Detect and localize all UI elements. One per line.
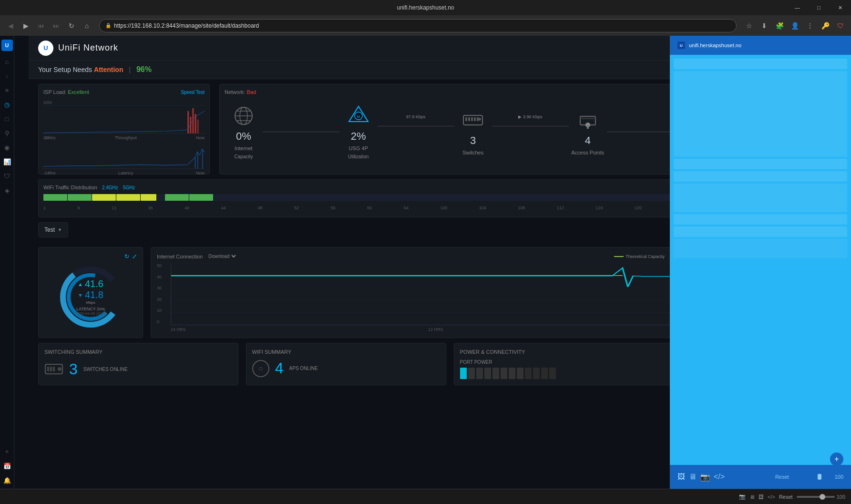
adblock-button[interactable]: 🛡 xyxy=(834,19,847,32)
site-selector-label: Test xyxy=(44,226,55,233)
ch-label-11: 11 xyxy=(112,206,116,210)
internet-connection-label: Internet Connection xyxy=(157,254,203,259)
net-device-aps: 4 Access Points xyxy=(569,109,607,155)
ch-label-104: 104 xyxy=(479,206,486,210)
maximize-button[interactable]: □ xyxy=(808,0,830,15)
zoom-thumb[interactable] xyxy=(820,494,825,500)
speed-label-2: ▶ 3.96 Kbps xyxy=(518,114,542,119)
svg-rect-29 xyxy=(580,118,595,119)
ch-label-48: 48 xyxy=(257,206,262,210)
latency-chart-svg xyxy=(43,141,205,169)
isp-panel-header: ISP Load: Excellent Speed Test xyxy=(43,89,205,95)
ap-icon: ○ xyxy=(252,360,269,377)
aps-label: Access Points xyxy=(571,150,604,155)
popup-bottom-icons: 🖼 🖥 📷 </> xyxy=(677,473,725,482)
popup-monitor-icon[interactable]: 🖥 xyxy=(689,473,697,482)
speed-test-button[interactable]: Speed Test xyxy=(181,90,205,95)
expand-icon[interactable]: ⤢ xyxy=(132,253,137,260)
address-bar[interactable]: 🔒 https://192.168.10.2:8443/manage/site/… xyxy=(99,19,737,32)
settings-button[interactable]: ⋮ xyxy=(803,19,817,32)
popup-url: unifi.herskapshuset.no xyxy=(689,42,741,48)
sidebar-icon-security[interactable]: 🛡 xyxy=(1,170,13,182)
popup-code-icon[interactable]: </> xyxy=(714,473,725,482)
sidebar-brand-icon[interactable]: U xyxy=(1,40,13,51)
sidebar-icon-shield[interactable]: ◈ xyxy=(1,185,13,196)
sidebar-icon-stats[interactable]: 📊 xyxy=(1,156,13,167)
svg-rect-21 xyxy=(468,117,470,121)
switching-summary-title: Switching Summary xyxy=(44,349,232,355)
network-status: Bad xyxy=(246,89,256,95)
svg-text:U: U xyxy=(357,114,360,119)
logo-icon: U xyxy=(38,41,53,56)
refresh-icon[interactable]: ↻ xyxy=(124,253,129,260)
port-bar-7 xyxy=(509,368,515,379)
sidebar-icon-map[interactable]: ⚲ xyxy=(1,127,13,139)
ch-label-100: 100 xyxy=(440,206,447,210)
reload-button[interactable]: ↻ xyxy=(65,19,78,32)
popup-photo-icon[interactable]: 🖼 xyxy=(677,473,685,482)
sidebar-icon-time[interactable]: ◷ xyxy=(1,99,13,110)
popup-favicon: U xyxy=(677,41,685,49)
downloads-button[interactable]: ⬇ xyxy=(758,19,771,32)
bar-ch7 xyxy=(116,194,140,201)
toolbar-code-icon[interactable]: </> xyxy=(768,494,775,500)
x-label-12hrs: 12 HRS xyxy=(428,327,443,332)
popup-bottom-bar: 🖼 🖥 📷 </> Reset 100 xyxy=(670,465,851,489)
zoom-slider[interactable] xyxy=(797,496,835,498)
toolbar-image-icon[interactable]: 🖼 xyxy=(759,494,764,500)
bookmark-button[interactable]: ☆ xyxy=(742,19,756,32)
throughput-chart: 40M xyxy=(43,99,205,132)
popup-add-button[interactable]: + xyxy=(830,453,843,466)
profile-button[interactable]: 👤 xyxy=(788,19,801,32)
svg-rect-23 xyxy=(474,117,476,121)
popup-image-icon[interactable]: 📷 xyxy=(700,473,710,482)
close-button[interactable]: ✕ xyxy=(830,0,851,15)
security-button[interactable]: 🔑 xyxy=(819,19,832,32)
popup-row-4 xyxy=(674,171,847,182)
svg-rect-49 xyxy=(50,367,52,371)
internet-chart-svg xyxy=(171,263,696,325)
upload-value: 41.8 xyxy=(85,289,103,300)
browser-title-bar: unifi.herskapshuset.no — □ ✕ xyxy=(0,0,851,15)
sidebar-icon-bell[interactable]: 🔔 xyxy=(1,474,13,486)
ch-label-112: 112 xyxy=(557,206,564,210)
svg-rect-48 xyxy=(47,367,49,371)
aps-online-count: 4 xyxy=(275,360,284,377)
first-page-button[interactable]: ⏮ xyxy=(34,19,48,32)
sidebar-icon-calendar[interactable]: 📅 xyxy=(1,460,13,472)
sidebar-icon-download[interactable]: ↓ xyxy=(1,70,13,82)
svg-rect-9 xyxy=(197,152,198,169)
port-bar-11 xyxy=(541,368,548,379)
popup-reset-zoom: Reset 100 xyxy=(775,474,843,480)
port-bar-5 xyxy=(492,368,499,379)
ch-label-40: 40 xyxy=(185,206,189,210)
popup-zoom-slider[interactable] xyxy=(793,476,831,478)
back-button[interactable]: ◀ xyxy=(4,19,17,32)
zoom-value: 100 xyxy=(837,494,845,500)
forward-button[interactable]: ▶ xyxy=(19,19,32,32)
sidebar-icon-add[interactable]: ＋ xyxy=(1,446,13,457)
throughput-chart-svg xyxy=(43,105,205,134)
home-button[interactable]: ⌂ xyxy=(80,19,93,32)
site-selector[interactable]: Test ▼ xyxy=(38,222,68,237)
reset-button[interactable]: Reset xyxy=(779,494,793,500)
popup-header: U unifi.herskapshuset.no xyxy=(670,36,851,55)
chart-type-dropdown[interactable]: Download Upload xyxy=(206,253,237,259)
extensions-button[interactable]: 🧩 xyxy=(773,19,786,32)
gateway-label1: USG 4P xyxy=(349,145,368,151)
isp-status: Excellent xyxy=(68,89,89,95)
sidebar-icon-dashboard[interactable]: ⌂ xyxy=(1,56,13,67)
last-page-button[interactable]: ⏭ xyxy=(50,19,63,32)
svg-rect-28 xyxy=(587,125,589,129)
url-text: https://192.168.10.2:8443/manage/site/de… xyxy=(114,22,259,29)
sidebar-icon-insights[interactable]: ◉ xyxy=(1,142,13,153)
app-name: UniFi Network xyxy=(58,43,118,53)
sidebar-icon-menu[interactable]: ≡ xyxy=(1,84,13,96)
switches-online-label: SWITCHES ONLINE xyxy=(83,367,128,372)
popup-row-5 xyxy=(674,184,847,212)
toolbar-camera-icon[interactable]: 📷 xyxy=(739,494,746,500)
sidebar-icon-devices[interactable]: □ xyxy=(1,113,13,124)
toolbar-monitor-icon[interactable]: 🖥 xyxy=(749,494,755,500)
popup-reset-label[interactable]: Reset xyxy=(775,474,789,480)
minimize-button[interactable]: — xyxy=(787,0,808,15)
